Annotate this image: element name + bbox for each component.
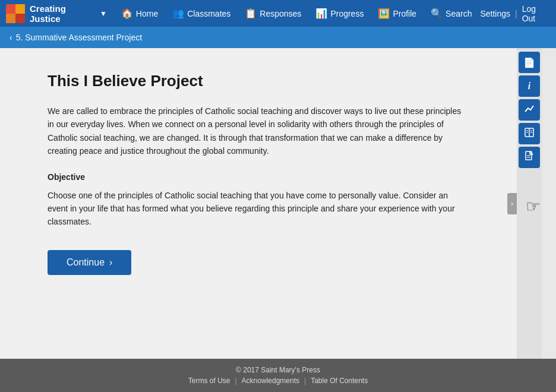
progress-icon: 📊 xyxy=(315,8,327,19)
book-icon xyxy=(524,127,535,140)
footer-links: Terms of Use | Acknowledgments | Table O… xyxy=(7,377,549,385)
sidebar-collapse-tab[interactable]: › xyxy=(507,193,517,214)
sidebar-book-button[interactable] xyxy=(519,123,540,144)
sidebar-info-button[interactable]: i xyxy=(519,75,540,97)
settings-link[interactable]: Settings xyxy=(480,9,510,18)
breadcrumb[interactable]: ‹ 5. Summative Assessment Project xyxy=(0,27,556,48)
nav-items: 🏠 Home 👥 Classmates 📋 Responses 📊 Progre… xyxy=(115,4,478,23)
objective-text: Choose one of the principles of Catholic… xyxy=(48,189,469,229)
svg-rect-3 xyxy=(6,14,15,23)
search-icon: 🔍 xyxy=(431,8,443,19)
intro-text: We are called to embrace the principles … xyxy=(48,105,469,158)
nav-progress[interactable]: 📊 Progress xyxy=(309,4,369,23)
cursor-pointer: ☞ xyxy=(526,197,541,216)
info-icon: i xyxy=(528,81,530,91)
app-logo xyxy=(6,4,25,23)
sidebar-document-button[interactable] xyxy=(519,147,540,168)
continue-button[interactable]: Continue › xyxy=(48,250,131,275)
document-icon xyxy=(524,151,535,164)
classmates-icon: 👥 xyxy=(172,8,184,19)
breadcrumb-chevron: ‹ xyxy=(10,33,12,42)
home-icon: 🏠 xyxy=(121,8,133,19)
footer: © 2017 Saint Mary's Press Terms of Use |… xyxy=(0,359,556,392)
svg-rect-2 xyxy=(15,14,25,23)
nav-profile[interactable]: 🖼️ Profile xyxy=(372,4,422,23)
page-title: This I Believe Project xyxy=(48,72,469,90)
svg-rect-4 xyxy=(15,4,25,14)
svg-rect-1 xyxy=(6,4,15,14)
acknowledgments-link[interactable]: Acknowledgments xyxy=(242,377,299,385)
notes-icon: 📄 xyxy=(523,57,535,68)
content-area: This I Believe Project We are called to … xyxy=(0,48,517,359)
footer-copyright: © 2017 Saint Mary's Press xyxy=(7,366,549,374)
continue-arrow-icon: › xyxy=(109,257,112,268)
top-navigation: Creating Justice ▼ 🏠 Home 👥 Classmates 📋… xyxy=(0,0,556,27)
sidebar-notes-button[interactable]: 📄 xyxy=(519,52,540,73)
nav-responses[interactable]: 📋 Responses xyxy=(239,4,307,23)
brand-dropdown-arrow: ▼ xyxy=(100,10,107,18)
table-of-contents-link[interactable]: Table Of Contents xyxy=(311,377,368,385)
nav-search[interactable]: 🔍 Search xyxy=(425,4,478,23)
profile-icon: 🖼️ xyxy=(378,8,390,19)
nav-home[interactable]: 🏠 Home xyxy=(115,4,164,23)
graph-icon xyxy=(524,103,535,116)
logout-link[interactable]: Log Out xyxy=(522,4,550,23)
responses-icon: 📋 xyxy=(245,8,257,19)
main-wrapper: This I Believe Project We are called to … xyxy=(0,48,556,359)
brand-name[interactable]: Creating Justice ▼ xyxy=(30,4,107,24)
nav-right: Settings | Log Out xyxy=(480,4,550,23)
sidebar-graph-button[interactable] xyxy=(519,99,540,121)
nav-classmates[interactable]: 👥 Classmates xyxy=(166,4,236,23)
right-sidebar: 📄 i xyxy=(517,48,542,359)
terms-of-use-link[interactable]: Terms of Use xyxy=(188,377,230,385)
objective-label: Objective xyxy=(48,172,469,182)
breadcrumb-text: 5. Summative Assessment Project xyxy=(16,33,142,42)
